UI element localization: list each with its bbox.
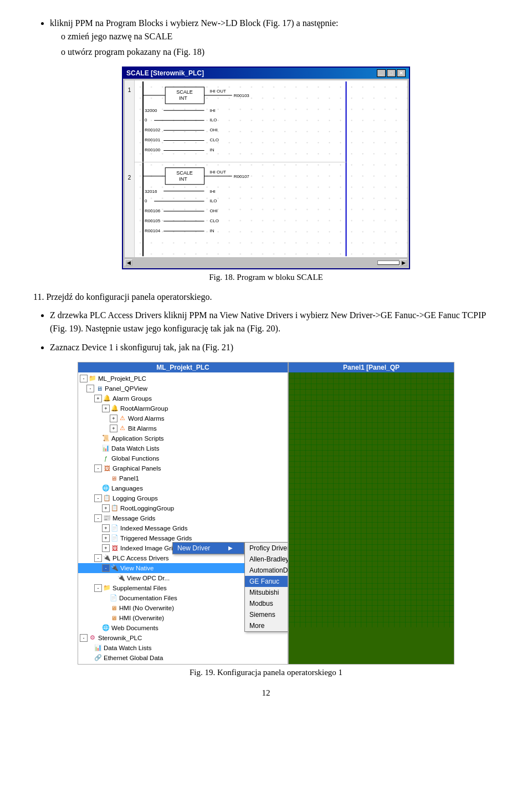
expand-bit-alarms[interactable]: + xyxy=(110,425,117,432)
expand-panel-qpview[interactable]: - xyxy=(86,385,94,392)
svg-text:R00103: R00103 xyxy=(234,93,250,98)
scroll-left-btn[interactable]: ◀ xyxy=(125,259,132,266)
expand-root[interactable]: - xyxy=(80,375,88,382)
tree-item-msg-grids[interactable]: - 📰 Message Grids xyxy=(78,513,288,523)
automation-label: AutomationDirect xyxy=(249,566,289,574)
msg-grid-icon: 📰 xyxy=(103,514,111,523)
data-watch-icon: 📊 xyxy=(101,444,110,453)
expand-root-log[interactable]: + xyxy=(102,504,110,512)
expand-sterownik[interactable]: - xyxy=(80,634,88,642)
right-panel-title: Panel1 [Panel_QP xyxy=(343,364,400,371)
svg-text:CLO: CLO xyxy=(210,218,219,223)
h-scrollbar[interactable]: ◀ ▶ xyxy=(125,259,407,267)
submenu-automation[interactable]: AutomationDirect xyxy=(245,565,289,576)
root-log-icon: 📋 xyxy=(110,504,119,513)
expand-idx-img[interactable]: + xyxy=(102,544,110,552)
tree-item-idx-msg[interactable]: + 📄 Indexed Message Grids xyxy=(78,523,288,533)
figure-18-container: SCALE [Sterownik_PLC] _ □ ✕ 1 2 xyxy=(33,67,499,282)
label-idx-msg: Indexed Message Grids xyxy=(120,525,187,532)
submenu-siemens[interactable]: Siemens ▶ xyxy=(245,609,289,620)
rung-2: 2 xyxy=(126,169,133,257)
svg-text:INT: INT xyxy=(179,95,187,101)
titlebar-buttons: _ □ ✕ xyxy=(377,69,406,77)
page-number: 12 xyxy=(33,688,499,698)
graph-panel-icon: 🖼 xyxy=(103,464,111,473)
submenu-more[interactable]: More ▶ xyxy=(245,620,289,631)
svg-text:R00101: R00101 xyxy=(145,137,161,142)
eth-icon: 🔗 xyxy=(94,653,103,662)
tree-item-root-alarm[interactable]: + 🔔 RootAlarmGroup xyxy=(78,404,288,413)
svg-text:OHI: OHI xyxy=(210,127,218,132)
expand-root-alarm[interactable]: + xyxy=(102,405,110,412)
alarm-icon: 🔔 xyxy=(103,394,111,403)
submenu-allen-bradley[interactable]: Allen-Bradley ▶ xyxy=(245,554,289,565)
svg-text:32000: 32000 xyxy=(145,108,157,113)
scroll-right-btn[interactable]: ▶ xyxy=(400,259,407,266)
expand-alarm-groups[interactable]: + xyxy=(94,395,102,402)
main-bullet-list: kliknij PPM na Program Blocks i wybierz … xyxy=(50,17,499,59)
svg-text:R00106: R00106 xyxy=(145,208,161,213)
submenu-ge-fanuc[interactable]: GE Fanuc ▶ xyxy=(245,576,289,587)
bullet-text-3: Zaznacz Device 1 i skonfiguruj tak, jak … xyxy=(50,343,233,352)
tree-item-root[interactable]: - 📁 ML_Projekt_PLC xyxy=(78,374,288,384)
expand-view-native[interactable]: - xyxy=(102,564,110,572)
tree-item-data-watch2[interactable]: 📊 Data Watch Lists xyxy=(78,643,288,653)
svg-text:R00104: R00104 xyxy=(145,228,161,233)
folder-icon: 📁 xyxy=(88,374,97,383)
tree-item-global-func[interactable]: ƒ Global Functions xyxy=(78,453,288,463)
expand-msg-grids[interactable]: - xyxy=(94,514,102,522)
data-watch2-icon: 📊 xyxy=(94,643,103,652)
minimize-btn[interactable]: _ xyxy=(377,69,386,77)
scale-title: SCALE [Sterownik_PLC] xyxy=(126,69,204,77)
label-graph-panels: Graphical Panels xyxy=(112,465,161,472)
fig18-caption: Fig. 18. Program w bloku SCALE xyxy=(33,273,499,282)
expand-graph-panels[interactable]: - xyxy=(94,464,102,472)
trig-msg-icon: 📄 xyxy=(110,534,119,543)
tree-item-ethernet[interactable]: 🔗 Ethernet Global Data xyxy=(78,653,288,663)
tree-item-word-alarms[interactable]: + ⚠ Word Alarms xyxy=(78,413,288,423)
label-ethernet: Ethernet Global Data xyxy=(104,655,163,661)
submenu-mitsubishi[interactable]: Mitsubishi ▶ xyxy=(245,587,289,598)
idx-msg-icon: 📄 xyxy=(110,524,119,533)
label-plc-drivers: PLC Access Drivers xyxy=(112,555,169,561)
tree-item-sterownik[interactable]: - ⚙ Sterownik_PLC xyxy=(78,633,288,643)
expand-logging[interactable]: - xyxy=(94,494,102,502)
bullet-text-1: kliknij PPM na Program Blocks i wybierz … xyxy=(50,18,339,28)
section-11-text: 11. Przejdź do konfiguracji panela opera… xyxy=(33,290,499,304)
svg-text:R00105: R00105 xyxy=(145,218,161,223)
expand-word-alarms[interactable]: + xyxy=(110,415,117,422)
tree-item-bit-alarms[interactable]: + ⚠ Bit Alarms xyxy=(78,423,288,433)
logging-icon: 📋 xyxy=(103,494,111,503)
tree-item-panel1[interactable]: 🖥 Panel1 xyxy=(78,473,288,483)
restore-btn[interactable]: □ xyxy=(387,69,396,77)
label-sterownik: Sterownik_PLC xyxy=(98,635,142,641)
bit-alarm-icon: ⚠ xyxy=(118,424,127,433)
main-screenshot: ML_Projekt_PLC - 📁 ML_Projekt_PLC - 🖥 Pa… xyxy=(78,362,454,665)
scroll-thumb[interactable] xyxy=(377,261,400,265)
tree-item-root-log[interactable]: + 📋 RootLoggingGroup xyxy=(78,503,288,513)
tree-item-data-watch[interactable]: 📊 Data Watch Lists xyxy=(78,443,288,453)
tree-item-languages[interactable]: 🌐 Languages xyxy=(78,483,288,493)
doc-icon: 📄 xyxy=(109,594,118,602)
context-menu-new-driver[interactable]: New Driver ▶ xyxy=(173,543,244,554)
tree-item-logging[interactable]: - 📋 Logging Groups xyxy=(78,493,288,503)
scale-window: SCALE [Sterownik_PLC] _ □ ✕ 1 2 xyxy=(122,67,410,269)
tree-titlebar: ML_Projekt_PLC xyxy=(78,362,288,372)
tree-item-graph-panels[interactable]: - 🖼 Graphical Panels xyxy=(78,463,288,473)
new-driver-arrow: ▶ xyxy=(228,545,233,551)
tree-item-alarm-groups[interactable]: + 🔔 Alarm Groups xyxy=(78,394,288,404)
submenu-modbus[interactable]: Modbus ▶ xyxy=(245,598,289,609)
expand-trig-msg[interactable]: + xyxy=(102,534,110,542)
sup-files-icon: 📁 xyxy=(103,584,111,593)
sub-item-2: utwórz program pokazany na (Fig. 18) xyxy=(61,45,499,59)
expand-plc-drivers[interactable]: - xyxy=(94,554,102,562)
tree-item-panel-qpview[interactable]: - 🖥 Panel_QPView xyxy=(78,384,288,394)
submenu-proficy[interactable]: Proficy Drivers ▶ xyxy=(245,543,289,554)
close-btn[interactable]: ✕ xyxy=(397,69,406,77)
opc-icon: 🔌 xyxy=(117,574,126,583)
expand-idx-msg[interactable]: + xyxy=(102,524,110,532)
green-grid xyxy=(289,372,454,627)
expand-sup-files[interactable]: - xyxy=(94,584,102,592)
tree-item-app-scripts[interactable]: 📜 Application Scripts xyxy=(78,433,288,443)
label-logging: Logging Groups xyxy=(112,495,158,502)
